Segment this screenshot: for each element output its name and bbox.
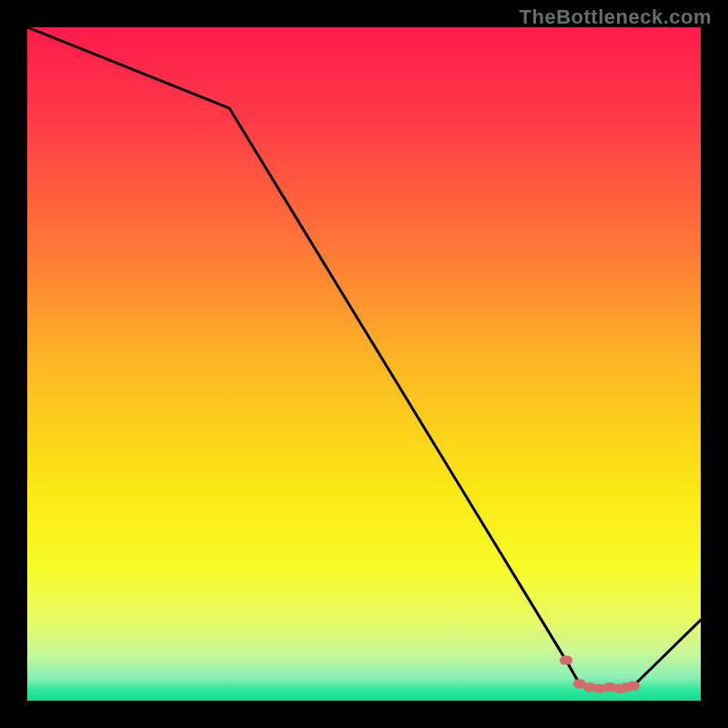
chart-stage: TheBottleneck.com — [0, 0, 728, 728]
curve-marker — [627, 682, 640, 691]
curve-marker — [560, 656, 572, 665]
watermark-text: TheBottleneck.com — [520, 5, 712, 29]
plot-area — [27, 27, 701, 701]
gradient-background — [27, 27, 701, 701]
chart-svg — [27, 27, 701, 701]
